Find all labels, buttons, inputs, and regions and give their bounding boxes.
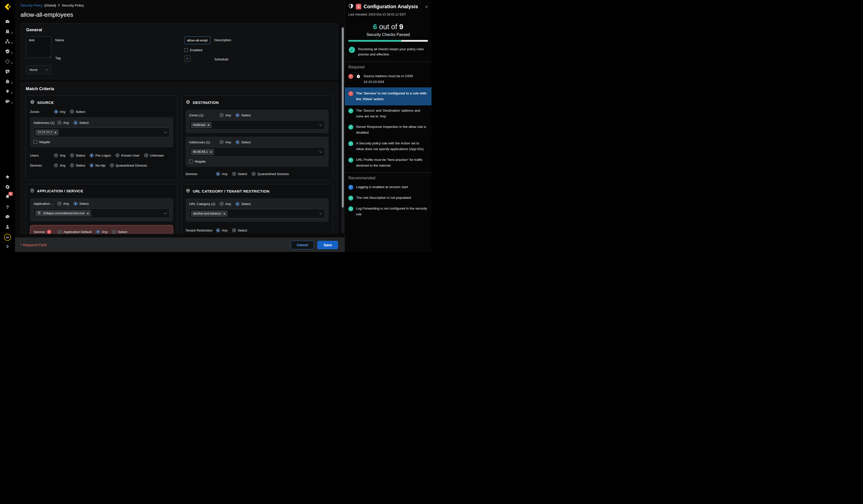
required-item[interactable]: ✓ Server Response Inspection in the allo…	[345, 122, 432, 138]
radio-icon	[110, 163, 114, 167]
globe-arrow-icon	[186, 100, 190, 105]
source-addresses-any-radio[interactable]: Any	[58, 121, 69, 125]
remove-chip-icon[interactable]: ×	[54, 130, 57, 134]
remove-chip-icon[interactable]: ×	[208, 123, 210, 127]
tag-label: Tag	[55, 55, 180, 60]
sidebar-item-help[interactable]: ?	[2, 202, 13, 212]
page-title: allow-all-employees	[15, 7, 345, 18]
sidebar-item-settings[interactable]	[2, 182, 13, 192]
dest-zones-select-radio[interactable]: Select	[236, 113, 251, 117]
url-panel-title: URL CATEGORY / TENANT RESTRICTION	[193, 189, 270, 193]
source-addresses-select-radio[interactable]: Select	[73, 121, 89, 125]
radio-icon	[112, 230, 116, 234]
sidebar-item-feedback[interactable]	[2, 212, 13, 222]
dest-zones-any-radio[interactable]: Any	[220, 113, 231, 117]
analysis-note-text: Resolving all checks keeps your policy r…	[358, 47, 427, 57]
score-separator: out of	[379, 23, 397, 31]
zone-chip: multicast ×	[191, 122, 212, 128]
tenant-select-radio[interactable]: Select	[232, 228, 247, 232]
dest-addresses-any-radio[interactable]: Any	[220, 140, 231, 144]
radio-icon	[73, 202, 77, 205]
application-panel-title: APPLICATION / SERVICE	[37, 189, 83, 193]
sidebar-item-profile[interactable]	[2, 222, 13, 232]
sidebar-expand[interactable]	[0, 242, 15, 252]
sidebar-item-dashboard[interactable]	[2, 17, 13, 27]
breadcrumb-link[interactable]: Security Policy	[21, 3, 43, 7]
dest-devices-any-radio[interactable]: Any	[216, 172, 228, 176]
application-any-radio[interactable]: Any	[58, 202, 69, 205]
close-icon[interactable]: ×	[425, 4, 428, 9]
sidebar-item-security-services[interactable]	[2, 47, 13, 57]
source-addresses-dropdown[interactable]: 77.77.77.7 ×	[34, 128, 170, 137]
recommended-item[interactable]: ✓ The rule Description is not populated	[345, 192, 432, 203]
scrollbar-thumb[interactable]	[342, 27, 344, 207]
remove-chip-icon[interactable]: ×	[223, 212, 225, 216]
required-item-selected[interactable]: ! The ‘Service’ is not configured in a r…	[345, 87, 432, 105]
users-pre-logon-radio[interactable]: Pre Logon	[90, 153, 111, 158]
users-known-user-radio[interactable]: Known User	[115, 153, 140, 158]
destination-negate-checkbox[interactable]	[189, 160, 193, 163]
service-app-default-radio[interactable]: Application Default	[58, 230, 92, 234]
service-any-radio[interactable]: Any	[96, 230, 108, 234]
main-scrollbar[interactable]	[341, 26, 344, 234]
recommended-item[interactable]: ✓ Log Forwarding is not configured in th…	[345, 203, 432, 220]
sidebar-item-network[interactable]	[2, 37, 13, 47]
sidebar-item-alerts[interactable]	[2, 77, 13, 87]
users-any-radio[interactable]: Any	[54, 153, 65, 158]
check-icon: ✓	[348, 141, 353, 146]
destination-addresses-dropdown[interactable]: 66.66.66.1 ×	[189, 147, 325, 156]
source-panel-title: SOURCE	[37, 100, 54, 105]
source-devices-any-radio[interactable]: Any	[54, 163, 65, 167]
remove-chip-icon[interactable]: ×	[210, 150, 212, 154]
remove-chip-icon[interactable]: ×	[87, 212, 89, 215]
radio-icon	[216, 228, 220, 232]
palette-icon	[5, 99, 10, 105]
radio-icon	[220, 113, 224, 117]
application-select-radio[interactable]: Select	[73, 202, 89, 205]
sidebar-item-favorites[interactable]	[2, 172, 13, 182]
chat-bubble-icon	[5, 214, 10, 220]
source-devices-quarantined-radio[interactable]: Quarantined Devices	[110, 163, 147, 167]
enabled-checkbox[interactable]	[184, 48, 188, 52]
recommended-item[interactable]: ! Logging is enabled at session start	[345, 182, 432, 192]
required-item[interactable]: ✓ A Security policy rule with the Action…	[345, 138, 432, 155]
source-devices-select-radio[interactable]: Select	[70, 163, 85, 167]
radio-icon	[232, 228, 236, 232]
save-button[interactable]: Save	[317, 241, 338, 249]
source-devices-no-hip-radio[interactable]: No-hip	[90, 163, 105, 167]
source-zones-any-radio[interactable]: Any	[54, 110, 65, 114]
application-dropdown[interactable]: 104apci-unnumbered-test-con ×	[34, 209, 170, 218]
dest-addresses-select-radio[interactable]: Select	[236, 140, 251, 144]
url-category-select-radio[interactable]: Select	[236, 202, 251, 206]
source-negate-checkbox[interactable]	[34, 140, 37, 144]
sidebar-item-monitor[interactable]	[2, 67, 13, 77]
sidebar-item-incidents[interactable]	[2, 27, 13, 37]
schedule-select[interactable]: None	[26, 65, 51, 74]
destination-zones-dropdown[interactable]: multicast ×	[189, 120, 325, 130]
sidebar-item-identity[interactable]	[2, 57, 13, 67]
sidebar-item-workflows[interactable]	[2, 97, 13, 107]
description-textarea[interactable]: test	[26, 36, 51, 58]
sidebar-item-account[interactable]: an	[2, 232, 13, 242]
required-item[interactable]: ! Source Address must be in CIDR 10.10.1…	[345, 71, 432, 87]
radio-icon	[115, 153, 120, 158]
add-tag-button[interactable]: +	[184, 55, 191, 62]
source-zones-select-radio[interactable]: Select	[70, 110, 85, 114]
service-select-radio[interactable]: Select	[112, 230, 127, 234]
addresses-label: Addresses (1)	[34, 121, 58, 125]
url-category-dropdown[interactable]: alcohol-and-tobacco ×	[189, 209, 325, 218]
shield-globe-icon	[186, 188, 190, 194]
dest-devices-select-radio[interactable]: Select	[232, 172, 247, 176]
required-item[interactable]: ✓ URL Profile must be "best practice" fo…	[345, 155, 432, 171]
users-unknown-radio[interactable]: Unknown	[144, 153, 164, 158]
brand-logo-icon[interactable]	[4, 3, 11, 12]
required-item[interactable]: ✓ The ‘Source’ and ‘Destination’ address…	[345, 105, 432, 122]
sidebar-item-notifications[interactable]: 6	[2, 192, 13, 202]
users-select-radio[interactable]: Select	[70, 153, 85, 158]
cancel-button[interactable]: Cancel	[291, 241, 314, 249]
tenant-any-radio[interactable]: Any	[216, 228, 228, 232]
url-category-any-radio[interactable]: Any	[220, 202, 231, 206]
dest-devices-quarantined-radio[interactable]: Quarantined Devices	[252, 172, 289, 176]
sidebar-item-insights[interactable]	[2, 87, 13, 97]
name-input[interactable]	[184, 36, 210, 44]
